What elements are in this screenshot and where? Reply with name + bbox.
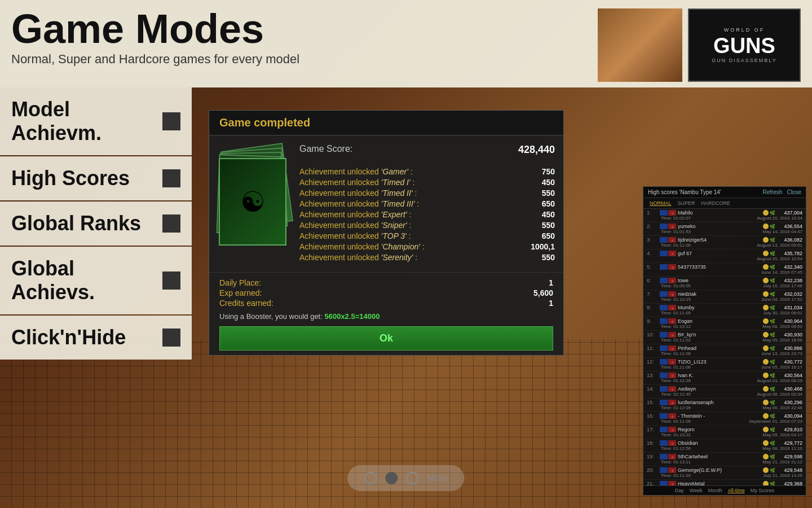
score-rank: 5:	[647, 264, 658, 270]
score-flags: ☆	[660, 400, 676, 405]
tab-hardcore[interactable]: HARDCORE	[700, 200, 732, 207]
footer-tab-myscores[interactable]: My Scores	[751, 488, 775, 493]
score-flags: ☆	[660, 413, 676, 419]
page-title: Game Modes	[11, 8, 801, 49]
footer-tab-week[interactable]: Week	[690, 488, 703, 493]
logo-image	[598, 8, 682, 82]
achievement-value-4: 450	[542, 210, 555, 219]
achievement-row-0: Achievement unlocked 'Gamer' : 750	[299, 167, 555, 176]
tab-normal[interactable]: NORMAL	[648, 200, 673, 207]
score-flags: ☆	[660, 427, 676, 432]
more-button[interactable]: More	[427, 473, 447, 483]
page-subtitle: Normal, Super and Hardcore games for eve…	[11, 52, 801, 67]
score-rank: 9:	[647, 318, 658, 324]
score-value: 436,554	[777, 224, 802, 229]
score-flags: ☆	[660, 264, 676, 270]
score-time-date: Time: 01:11:06June 05, 2016 16:17	[647, 365, 802, 370]
score-name: Gemorge(G.E.W.P)	[678, 467, 761, 473]
score-entry: 8:☆Mumby🌿431,034Time: 01:11:05July 30, 2…	[643, 304, 806, 317]
achievement-card-stack: ☯	[218, 144, 291, 257]
score-name: niedziak	[678, 291, 761, 297]
dialog-footer: Daily Place: 1 Exp earned: 5,600 Credits…	[209, 272, 563, 355]
score-time-date: Time: 01:13:12May 06, 2016 08:52	[647, 324, 802, 329]
score-flags: ☆	[660, 359, 676, 365]
score-name: yumeko	[678, 224, 761, 229]
footer-tab-alltime[interactable]: All-time	[728, 488, 745, 493]
score-entry: 9:☆Eogan🌿430,964Time: 01:13:12May 06, 20…	[643, 317, 806, 331]
score-value: 437,004	[777, 210, 802, 216]
score-entry: 1:☆Mahilo🌿437,004Time: 01:02:07August 20…	[643, 209, 806, 222]
score-name: Eogan	[678, 318, 761, 324]
score-flags: ☆	[660, 278, 676, 283]
close-button[interactable]: Close	[787, 189, 801, 195]
scores-panel-title: High scores 'Nambu Type 14'	[648, 189, 721, 195]
footer-tab-month[interactable]: Month	[708, 488, 722, 493]
score-name: guf 67	[678, 251, 761, 256]
pagination-dot-2[interactable]	[385, 472, 398, 484]
score-rank: 7:	[647, 291, 658, 297]
sidebar-label-high-scores: High Scores	[11, 167, 162, 190]
achievement-row-5: Achievement unlocked 'Sniper' : 550	[299, 221, 555, 230]
pagination: More	[347, 465, 464, 491]
score-entry: 5:☆5437733735🌿432,340June 14, 2016 07:45	[643, 263, 806, 277]
game-score-label: Game Score:	[299, 144, 352, 156]
score-entry: 15:☆luciferianseraph🌿430,296Time: 01:12:…	[643, 398, 806, 412]
score-time-date: Time: 01:11:06August 13, 2016 09:51	[647, 243, 802, 248]
logo-box: WORLD OF GUNS GUN DISASSEMBLY	[688, 8, 801, 82]
score-value: 429,598	[777, 454, 802, 459]
score-entry: 11:☆Pinhead🌿430,886Time: 01:11:06June 13…	[643, 344, 806, 358]
score-entry: 19:☆5thCartwheel🌿429,598Time: 01:13:11Ma…	[643, 453, 806, 466]
score-value: 432,340	[777, 264, 802, 270]
footer-tab-day[interactable]: Day	[675, 488, 684, 493]
achievement-label-8: Achievement unlocked 'Serenity' :	[299, 253, 417, 262]
score-value: 431,034	[777, 305, 802, 310]
score-name: - Thorstein -	[678, 413, 761, 419]
dialog-title: Game completed	[219, 116, 310, 129]
score-icons: 🌿	[763, 318, 775, 324]
score-icons: 🌿	[763, 332, 775, 338]
score-flags: ☆	[660, 237, 676, 243]
score-time-date: Time: 01:12:28August 03, 2016 08:29	[647, 378, 802, 383]
score-rank: 10:	[647, 332, 658, 338]
score-icons: 🌿	[763, 237, 775, 243]
score-icons: 🌿	[763, 454, 775, 459]
score-icons: 🌿	[763, 373, 775, 378]
score-time-date: Time: 01:11:02May 05, 2016 18:58	[647, 338, 802, 343]
achievement-value-5: 550	[542, 221, 555, 230]
score-rank: 1:	[647, 210, 658, 216]
refresh-button[interactable]: Refresh	[762, 189, 782, 195]
sidebar-item-model-achievm[interactable]: Model Achievm.	[0, 87, 192, 155]
sidebar-item-high-scores[interactable]: High Scores	[0, 156, 192, 200]
achievement-label-4: Achievement unlocked 'Expert' :	[299, 210, 411, 219]
pagination-dot-1[interactable]	[364, 472, 377, 484]
score-entry: 6:☆towe🌿432,238Time: 01:09:05July 16, 20…	[643, 277, 806, 290]
achievement-label-5: Achievement unlocked 'Sniper' :	[299, 221, 411, 230]
tab-super[interactable]: SUPER	[676, 200, 697, 207]
score-flags: ☆	[660, 454, 676, 459]
sidebar-item-clicknhide[interactable]: Click'n'Hide	[0, 316, 192, 360]
daily-place-label: Daily Place:	[219, 278, 261, 287]
sidebar-item-global-achievs[interactable]: Global Achievs.	[0, 247, 192, 314]
scores-footer: Day Week Month All-time My Scores	[643, 485, 806, 495]
achievement-label-7: Achievement unlocked 'Champion' :	[299, 242, 425, 251]
scores-panel-header: High scores 'Nambu Type 14' Refresh Clos…	[643, 187, 806, 198]
ok-button[interactable]: Ok	[219, 326, 553, 351]
score-time-date: Time: 01:12:56May 08, 2016 11:10	[647, 446, 802, 451]
achievement-label-2: Achievement unlocked 'Timed II' :	[299, 189, 417, 198]
score-flags: ☆	[660, 467, 676, 473]
score-flags: ☆	[660, 332, 676, 338]
score-flags: ☆	[660, 440, 676, 446]
logo-top-text: WORLD OF	[724, 27, 765, 33]
score-value: 432,238	[777, 278, 802, 283]
score-flags: ☆	[660, 345, 676, 351]
achievement-value-2: 550	[542, 189, 555, 198]
score-icons: 🌿	[763, 413, 775, 419]
score-flags: ☆	[660, 291, 676, 297]
pagination-dot-3[interactable]	[406, 472, 418, 484]
credits-row: Credits earned: 1	[219, 299, 553, 308]
score-value: 429,772	[777, 440, 802, 446]
sidebar-item-global-ranks[interactable]: Global Ranks	[0, 202, 192, 246]
score-name: luciferianseraph	[678, 400, 761, 405]
score-value: 430,930	[777, 332, 802, 338]
score-icons: 🌿	[763, 359, 775, 365]
